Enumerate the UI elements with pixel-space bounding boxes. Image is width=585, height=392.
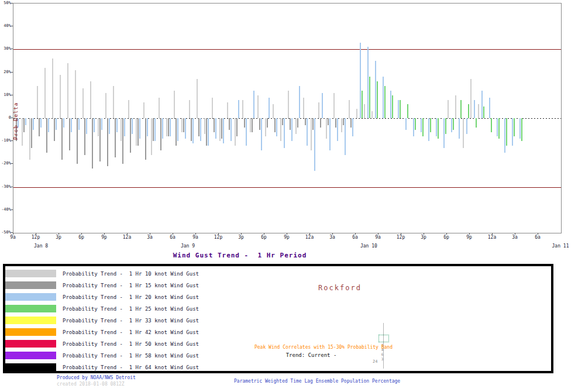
x-tick-label: 3p [238, 235, 244, 240]
x-tick-mark [309, 233, 310, 235]
bar-20kt [162, 118, 163, 139]
x-tick-label: 12a [305, 235, 314, 240]
x-tick-label: 12a [123, 235, 131, 240]
bar-10kt [265, 118, 266, 136]
bar-20kt [109, 118, 110, 134]
bar-20kt [337, 118, 338, 141]
legend-item-label: Probability Trend - 1 Hr 10 knot Wind Gu… [63, 271, 199, 277]
bar-25kt [445, 118, 446, 134]
bar-15kt [99, 118, 101, 161]
legend-item-label: Probability Trend - 1 Hr 42 knot Wind Gu… [63, 329, 199, 335]
y-tick-mark [11, 3, 13, 4]
bar-10kt [204, 118, 205, 134]
legend-item: Probability Trend - 1 Hr 42 knot Wind Gu… [5, 326, 298, 338]
bar-15kt [176, 118, 177, 146]
bar-15kt [69, 118, 70, 150]
bar-15kt [107, 118, 108, 166]
bar-25kt [491, 118, 492, 132]
bar-15kt [183, 118, 184, 132]
bar-15kt [274, 118, 276, 132]
inset-hour-label: 24 [373, 359, 377, 364]
x-tick-mark [173, 233, 173, 235]
bar-20kt [451, 118, 452, 132]
bar-10kt [242, 100, 243, 118]
bar-20kt [459, 118, 460, 139]
plot-area [13, 3, 562, 233]
bar-10kt [166, 118, 167, 136]
bar-25kt [362, 91, 363, 118]
bar-15kt [312, 118, 314, 130]
x-tick-label: 12p [214, 235, 222, 240]
y-axis-label: Prob Delta [13, 102, 19, 140]
x-tick-label: 12a [488, 235, 496, 240]
bar-20kt [48, 118, 49, 132]
bar-25kt [384, 86, 386, 118]
bar-20kt [124, 118, 125, 136]
bar-20kt [261, 118, 262, 150]
bar-15kt [77, 118, 78, 164]
legend-swatch [5, 293, 56, 301]
bar-10kt [60, 75, 61, 118]
legend-item-label: Probability Trend - 1 Hr 33 knot Wind Gu… [63, 318, 199, 324]
bar-20kt [147, 118, 148, 136]
bar-15kt [252, 118, 253, 132]
y-tick-mark [11, 95, 13, 95]
x-tick-mark [81, 233, 82, 235]
bar-15kt [153, 118, 154, 141]
bar-20kt [154, 118, 156, 141]
legend-item: Probability Trend - 1 Hr 64 knot Wind Gu… [5, 362, 298, 373]
date-label: Jan 10 [360, 243, 377, 249]
x-tick-mark [127, 233, 128, 235]
legend-item: Probability Trend - 1 Hr 25 knot Wind Gu… [5, 303, 298, 315]
bar-10kt [197, 79, 198, 118]
bar-25kt [498, 118, 500, 139]
x-tick-mark [401, 233, 401, 235]
bar-20kt [291, 118, 292, 141]
bar-15kt [214, 118, 215, 132]
bar-15kt [92, 118, 93, 169]
bar-15kt [145, 118, 146, 160]
bar-20kt [170, 118, 171, 136]
bar-20kt [223, 118, 224, 143]
bar-20kt [177, 118, 178, 141]
x-tick-label: 3a [147, 235, 153, 240]
x-tick-label: 9a [375, 235, 381, 240]
bar-10kt [470, 79, 472, 118]
legend-item-label: Probability Trend - 1 Hr 50 knot Wind Gu… [63, 341, 199, 347]
bar-10kt [189, 100, 190, 118]
bar-20kt [299, 86, 300, 118]
bar-20kt [78, 118, 80, 130]
x-tick-label: 6p [261, 235, 267, 240]
bar-10kt [371, 111, 373, 118]
legend-swatch [5, 340, 56, 348]
bar-15kt [290, 118, 291, 130]
legend-item: Probability Trend - 1 Hr 20 knot Wind Gu… [5, 291, 298, 303]
bar-10kt [181, 118, 183, 132]
bar-10kt [257, 95, 259, 118]
bar-15kt [23, 118, 25, 132]
y-tick-label: -10% [0, 139, 11, 143]
date-label: Jan 11 [552, 243, 569, 249]
bar-25kt [521, 118, 522, 141]
x-tick-mark [150, 233, 150, 235]
bar-10kt [105, 93, 106, 118]
x-tick-label: 6a [535, 235, 541, 240]
bar-25kt [506, 118, 507, 146]
bar-10kt [227, 102, 228, 118]
y-tick-label: 30% [0, 47, 11, 51]
bar-15kt [39, 118, 40, 136]
x-tick-mark [378, 233, 378, 235]
bar-10kt [159, 98, 160, 118]
legend-swatch [5, 305, 56, 312]
y-tick-mark [11, 163, 13, 164]
legend-item: Probability Trend - 1 Hr 33 knot Wind Gu… [5, 315, 298, 326]
y-tick-mark [11, 209, 13, 210]
x-tick-mark [36, 233, 36, 235]
y-tick-label: 20% [0, 70, 11, 74]
footer-method: Parametric Weighted Time Lag Ensemble Po… [234, 379, 400, 384]
y-tick-label: -30% [0, 185, 11, 189]
legend-item: Probability Trend - 1 Hr 15 knot Wind Gu… [5, 280, 298, 291]
bar-20kt [466, 118, 467, 134]
bar-15kt [198, 118, 199, 136]
bar-25kt [483, 106, 484, 118]
